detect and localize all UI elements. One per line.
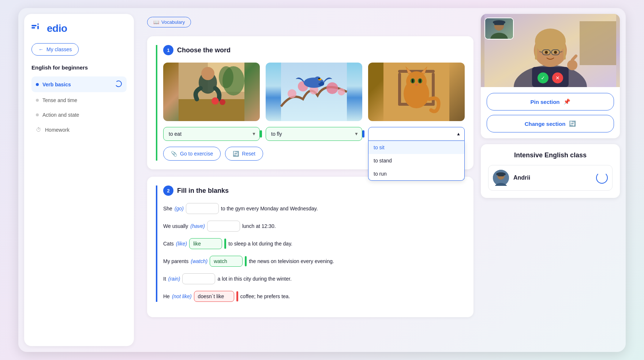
course-title: English for beginners bbox=[31, 64, 127, 71]
row4-input[interactable] bbox=[210, 256, 243, 267]
svg-point-55 bbox=[545, 51, 548, 54]
row1-input[interactable] bbox=[186, 203, 219, 214]
row3-input[interactable] bbox=[189, 238, 222, 249]
svg-point-39 bbox=[412, 79, 413, 83]
row2-suffix: lunch at 12:30. bbox=[242, 223, 276, 229]
refresh-icon: 🔄 bbox=[569, 120, 576, 127]
sidebar-item-action-and-state[interactable]: Action and state bbox=[31, 108, 127, 121]
row6-input[interactable] bbox=[194, 291, 234, 302]
svg-rect-3 bbox=[37, 26, 39, 29]
row4-indicator bbox=[245, 256, 247, 266]
blank-row-4: My parents (watch) the news on televisio… bbox=[163, 256, 465, 267]
row3-prefix: Cats bbox=[163, 241, 174, 247]
row3-hint: (like) bbox=[176, 241, 187, 247]
logo-text: edio bbox=[47, 23, 67, 34]
dropdown-3-field[interactable]: ▲ bbox=[368, 127, 465, 141]
section2-card: 2 Fill in the blanks She (go) to the gym… bbox=[147, 177, 473, 317]
blank-row-6: He (not like) coffee; he prefers tea. bbox=[163, 291, 465, 302]
svg-point-58 bbox=[567, 60, 577, 70]
svg-point-13 bbox=[220, 99, 225, 105]
class-info-title: Intensive English class bbox=[488, 151, 613, 159]
blank-row-5: It (rain) a lot in this city during the … bbox=[163, 273, 465, 284]
svg-point-12 bbox=[211, 97, 219, 105]
row2-input[interactable] bbox=[207, 221, 240, 232]
video-card: ✓ ✕ Pin section 📌 Change section 🔄 bbox=[481, 14, 620, 138]
reset-button[interactable]: 🔄 Reset bbox=[225, 147, 263, 161]
exercise-label: Go to exercise bbox=[180, 151, 213, 157]
nav-label-tense: Tense and time bbox=[42, 97, 77, 103]
section1-card: 1 Choose the word bbox=[147, 36, 473, 169]
sidebar-item-tense-and-time[interactable]: Tense and time bbox=[31, 94, 127, 107]
dropdown-1[interactable]: to eat to fly to sit ▼ bbox=[163, 127, 260, 141]
image-col-eating bbox=[163, 63, 260, 121]
change-section-button[interactable]: Change section 🔄 bbox=[487, 115, 614, 132]
student-pip bbox=[484, 18, 514, 40]
blank-row-3: Cats (like) to sleep a lot during the da… bbox=[163, 238, 465, 249]
accept-call-button[interactable]: ✓ bbox=[538, 72, 548, 83]
image-col-flying bbox=[266, 63, 362, 121]
pin-section-button[interactable]: Pin section 📌 bbox=[487, 93, 614, 110]
svg-rect-65 bbox=[494, 21, 504, 25]
student-spinner-icon[interactable] bbox=[596, 172, 608, 184]
svg-point-20 bbox=[338, 88, 345, 95]
sidebar-item-verb-basics[interactable]: Verb basics bbox=[31, 76, 127, 92]
row6-prefix: He bbox=[163, 293, 170, 299]
go-to-exercise-button[interactable]: 📎 Go to exercise bbox=[163, 147, 221, 161]
svg-point-25 bbox=[318, 78, 320, 79]
section2-title: Fill in the blanks bbox=[177, 187, 229, 195]
svg-rect-70 bbox=[498, 173, 504, 176]
dropdowns-row: to eat to fly to sit ▼ to fly to eat to … bbox=[163, 127, 465, 141]
dropdown-option-sit[interactable]: to sit bbox=[368, 141, 464, 154]
svg-point-11 bbox=[201, 67, 214, 80]
video-area: ✓ ✕ bbox=[481, 14, 620, 87]
my-classes-button[interactable]: ← My classes bbox=[31, 43, 79, 56]
vocab-label: Vocabulary bbox=[161, 19, 185, 25]
sidebar-item-homework[interactable]: ⏱ Homework bbox=[31, 123, 127, 136]
image-cat bbox=[368, 63, 465, 121]
nav-label-action: Action and state bbox=[42, 112, 79, 118]
row5-hint: (rain) bbox=[168, 276, 180, 282]
row1-hint: (go) bbox=[175, 206, 184, 211]
row5-input[interactable] bbox=[182, 273, 215, 284]
book-icon: 📖 bbox=[153, 19, 159, 25]
pin-icon: 📌 bbox=[564, 98, 570, 105]
student-row: Andrii bbox=[488, 165, 613, 191]
image-col-cat bbox=[368, 63, 465, 121]
verb-basics-spinner-icon bbox=[115, 80, 122, 89]
exercise-icon: 📎 bbox=[171, 151, 177, 157]
images-row bbox=[163, 63, 465, 121]
svg-point-47 bbox=[535, 29, 566, 54]
dropdown-option-stand[interactable]: to stand bbox=[368, 154, 464, 167]
svg-rect-49 bbox=[564, 45, 566, 60]
my-classes-label: My classes bbox=[46, 46, 72, 52]
decline-call-button[interactable]: ✕ bbox=[552, 72, 563, 83]
video-controls: ✓ ✕ bbox=[538, 72, 563, 83]
row4-suffix: the news on television every evening. bbox=[249, 258, 334, 264]
arrow-left-icon: ← bbox=[38, 46, 44, 52]
svg-rect-48 bbox=[535, 45, 537, 60]
row3-suffix: to sleep a lot during the day. bbox=[228, 241, 292, 247]
right-panel: ✓ ✕ Pin section 📌 Change section 🔄 Inten… bbox=[481, 14, 620, 346]
pin-section-label: Pin section bbox=[530, 99, 559, 105]
section1-title: Choose the word bbox=[177, 46, 231, 54]
row5-suffix: a lot in this city during the winter. bbox=[217, 276, 291, 282]
svg-point-4 bbox=[116, 81, 121, 87]
row1-prefix: She bbox=[163, 206, 172, 211]
select-eat[interactable]: to eat to fly to sit bbox=[163, 127, 260, 141]
row5-prefix: It bbox=[163, 276, 166, 282]
row6-indicator bbox=[236, 291, 238, 301]
svg-rect-7 bbox=[179, 99, 244, 121]
row3-indicator bbox=[224, 239, 226, 249]
svg-rect-29 bbox=[432, 73, 435, 106]
dropdown-3[interactable]: ▲ to sit to stand to run bbox=[368, 127, 465, 141]
blank-row-2: We usually (have) lunch at 12:30. bbox=[163, 221, 465, 232]
section2-number: 2 bbox=[163, 185, 173, 196]
dropdown-option-run[interactable]: to run bbox=[368, 167, 464, 180]
select-fly[interactable]: to fly to eat to sit bbox=[266, 127, 362, 141]
dropdown-2-indicator bbox=[362, 130, 364, 138]
clock-icon: ⏱ bbox=[36, 127, 41, 133]
nav-dot-tense bbox=[36, 99, 39, 102]
dropdown-2[interactable]: to fly to eat to sit ▼ bbox=[266, 127, 362, 141]
svg-point-9 bbox=[219, 66, 233, 88]
nav-label-homework: Homework bbox=[45, 127, 70, 133]
